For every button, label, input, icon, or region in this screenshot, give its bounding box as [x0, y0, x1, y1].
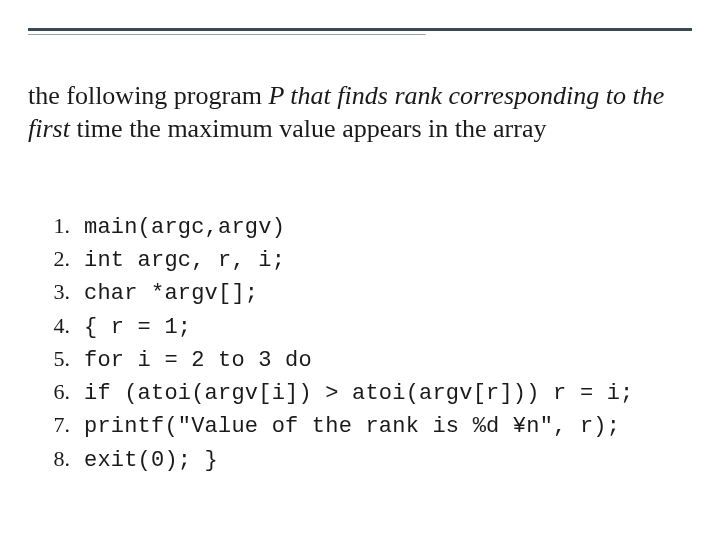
list-item: 4. { r = 1;	[36, 310, 680, 343]
list-item: 7. printf("Value of the rank is %d ¥n", …	[36, 409, 680, 442]
list-item: 2. int argc, r, i;	[36, 243, 680, 276]
heading-seg-3: time the maximum value appears in the ar…	[76, 114, 546, 143]
line-number: 3.	[36, 276, 70, 307]
line-number: 8.	[36, 443, 70, 474]
rule-thin	[28, 34, 426, 35]
list-item: 1. main(argc,argv)	[36, 210, 680, 243]
top-rule	[28, 28, 692, 38]
code-text: char *argv[];	[84, 278, 258, 309]
code-text: if (atoi(argv[i]) > atoi(argv[r])) r = i…	[84, 378, 634, 409]
code-text: for i = 2 to 3 do	[84, 345, 312, 376]
slide: the following program P that finds rank …	[0, 0, 720, 540]
list-item: 8. exit(0); }	[36, 443, 680, 476]
line-number: 6.	[36, 376, 70, 407]
code-text: { r = 1;	[84, 312, 191, 343]
line-number: 7.	[36, 409, 70, 440]
line-number: 4.	[36, 310, 70, 341]
heading-seg-1: the following program	[28, 81, 268, 110]
line-number: 5.	[36, 343, 70, 374]
list-item: 5. for i = 2 to 3 do	[36, 343, 680, 376]
line-number: 2.	[36, 243, 70, 274]
list-item: 6. if (atoi(argv[i]) > atoi(argv[r])) r …	[36, 376, 680, 409]
code-text: int argc, r, i;	[84, 245, 285, 276]
code-text: exit(0); }	[84, 445, 218, 476]
slide-heading: the following program P that finds rank …	[28, 80, 680, 145]
code-text: printf("Value of the rank is %d ¥n", r);	[84, 411, 620, 442]
code-listing: 1. main(argc,argv) 2. int argc, r, i; 3.…	[36, 210, 680, 476]
code-text: main(argc,argv)	[84, 212, 285, 243]
line-number: 1.	[36, 210, 70, 241]
rule-thick	[28, 28, 692, 31]
list-item: 3. char *argv[];	[36, 276, 680, 309]
